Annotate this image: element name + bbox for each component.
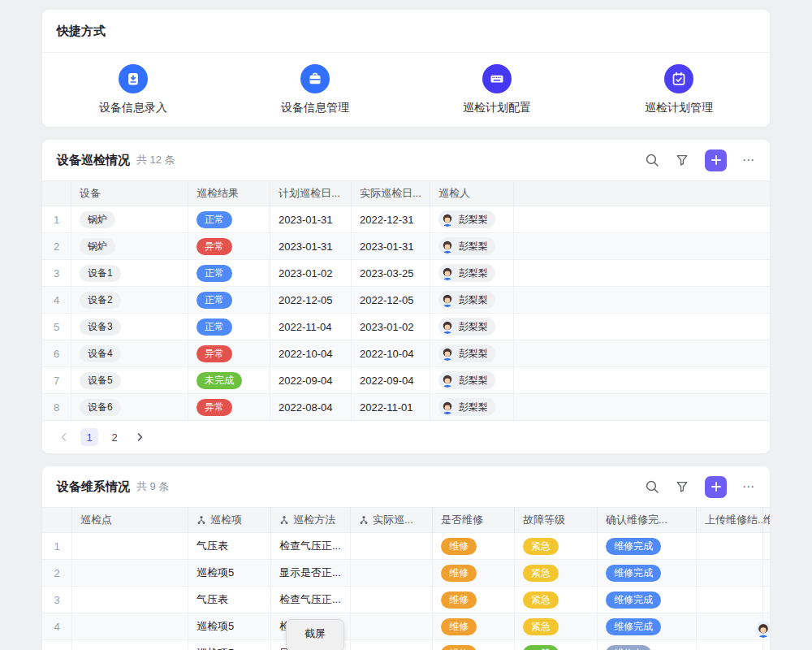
device-cell[interactable]: 设备6 <box>71 394 188 420</box>
header-method[interactable]: 巡检方法 <box>271 508 351 532</box>
plan-date-cell[interactable]: 2022-12-05 <box>270 287 352 313</box>
header-plan-date[interactable]: 计划巡检日... <box>270 181 352 206</box>
plan-date-cell[interactable]: 2023-01-31 <box>270 233 352 259</box>
method-cell[interactable]: 显示是否正... <box>271 560 351 586</box>
inspector-cell[interactable]: 彭梨梨 <box>430 340 514 366</box>
item-cell[interactable]: 气压表 <box>188 533 271 559</box>
upload-cell[interactable] <box>697 587 763 613</box>
confirm-cell[interactable]: 维修完成 <box>598 533 697 559</box>
add-record-button[interactable] <box>705 150 727 171</box>
shortcut-plan-config[interactable]: 巡检计划配置 <box>406 53 588 126</box>
page-1-button[interactable]: 1 <box>80 428 98 446</box>
header-inspector[interactable]: 巡检人 <box>430 181 514 206</box>
method-cell[interactable]: 检查气压正... <box>271 533 351 559</box>
filter-icon[interactable] <box>675 153 689 167</box>
result-cell[interactable]: 未完成 <box>188 367 270 393</box>
shortcut-plan-manage[interactable]: 巡检计划管理 <box>588 53 770 126</box>
more-icon[interactable]: ⋯ <box>742 479 755 494</box>
actual-cell[interactable] <box>351 587 433 613</box>
actual-date-cell[interactable]: 2023-01-31 <box>352 233 430 259</box>
plan-date-cell[interactable]: 2022-11-04 <box>270 314 352 340</box>
repair-cell[interactable]: 维修 <box>433 613 515 639</box>
search-icon[interactable] <box>645 479 659 494</box>
header-repair[interactable]: 是否维修 <box>433 508 515 532</box>
inspector-cell[interactable]: 彭梨梨 <box>430 233 514 259</box>
actual-date-cell[interactable]: 2022-10-04 <box>352 340 430 366</box>
point-cell[interactable] <box>72 560 188 586</box>
add-record-button[interactable] <box>705 476 727 498</box>
shortcut-device-manage[interactable]: 设备信息管理 <box>224 53 406 126</box>
header-upload[interactable]: 上传维修结... <box>697 508 763 532</box>
header-actual[interactable]: 实际巡... <box>351 508 433 532</box>
result-cell[interactable]: 正常 <box>188 287 270 313</box>
point-cell[interactable] <box>72 613 188 639</box>
result-cell[interactable]: 正常 <box>188 314 270 340</box>
actual-cell[interactable] <box>351 640 433 650</box>
result-cell[interactable]: 正常 <box>188 260 270 286</box>
confirm-cell[interactable]: 维修完成 <box>598 613 697 639</box>
actual-date-cell[interactable]: 2022-12-31 <box>352 206 430 232</box>
device-cell[interactable]: 锅炉 <box>71 206 188 232</box>
level-cell[interactable]: 一般 <box>515 640 598 650</box>
device-cell[interactable]: 锅炉 <box>71 233 188 259</box>
header-item[interactable]: 巡检项 <box>188 508 271 532</box>
point-cell[interactable] <box>72 533 188 559</box>
header-confirm[interactable]: 确认维修完... <box>598 508 697 532</box>
header-device[interactable]: 设备 <box>71 181 188 206</box>
item-cell[interactable]: 巡检项5 <box>188 640 271 650</box>
actual-cell[interactable] <box>351 613 433 639</box>
actual-cell[interactable] <box>351 560 433 586</box>
actual-date-cell[interactable]: 2023-03-25 <box>352 260 430 286</box>
result-cell[interactable]: 正常 <box>188 206 270 232</box>
item-cell[interactable]: 气压表 <box>188 587 271 613</box>
result-cell[interactable]: 异常 <box>188 394 270 420</box>
confirm-cell[interactable]: 维修完成 <box>598 587 697 613</box>
device-cell[interactable]: 设备2 <box>71 287 188 313</box>
point-cell[interactable] <box>72 640 188 650</box>
device-cell[interactable]: 设备3 <box>71 314 188 340</box>
plan-date-cell[interactable]: 2022-08-04 <box>270 394 352 420</box>
device-cell[interactable]: 设备1 <box>71 260 188 286</box>
upload-cell[interactable] <box>697 560 763 586</box>
header-level[interactable]: 故障等级 <box>515 508 598 532</box>
clipped-cell[interactable] <box>763 640 770 650</box>
method-cell[interactable]: 检查气压正... <box>271 587 351 613</box>
more-icon[interactable]: ⋯ <box>742 153 755 167</box>
result-cell[interactable]: 异常 <box>188 340 270 366</box>
inspector-cell[interactable]: 彭梨梨 <box>430 394 514 420</box>
header-result[interactable]: 巡检结果 <box>188 181 270 206</box>
clipped-cell[interactable] <box>763 560 770 586</box>
repair-cell[interactable]: 维修 <box>433 560 515 586</box>
header-actual-date[interactable]: 实际巡检日... <box>352 181 430 206</box>
plan-date-cell[interactable]: 2022-10-04 <box>270 340 352 366</box>
level-cell[interactable]: 紧急 <box>515 560 598 586</box>
search-icon[interactable] <box>645 153 659 167</box>
actual-date-cell[interactable]: 2022-12-05 <box>352 287 430 313</box>
inspector-cell[interactable]: 彭梨梨 <box>430 367 514 393</box>
repair-cell[interactable]: 维修 <box>433 587 515 613</box>
shortcut-device-entry[interactable]: 设备信息录入 <box>42 53 224 126</box>
point-cell[interactable] <box>72 587 188 613</box>
inspector-cell[interactable]: 彭梨梨 <box>430 287 514 313</box>
upload-cell[interactable] <box>697 533 763 559</box>
plan-date-cell[interactable]: 2023-01-02 <box>270 260 352 286</box>
inspector-cell[interactable]: 彭梨梨 <box>430 314 514 340</box>
upload-cell[interactable] <box>697 613 763 639</box>
actual-date-cell[interactable]: 2023-01-02 <box>352 314 430 340</box>
filter-icon[interactable] <box>675 479 689 494</box>
level-cell[interactable]: 紧急 <box>515 587 598 613</box>
device-cell[interactable]: 设备5 <box>71 367 188 393</box>
inspector-cell[interactable]: 彭梨梨 <box>430 260 514 286</box>
inspector-cell[interactable]: 彭梨梨 <box>430 206 514 232</box>
actual-cell[interactable] <box>351 533 433 559</box>
repair-cell[interactable]: 维修 <box>433 640 515 650</box>
clipped-cell[interactable] <box>763 533 770 559</box>
confirm-cell[interactable]: 维修完成 <box>598 560 697 586</box>
next-page-icon[interactable] <box>131 428 149 446</box>
plan-date-cell[interactable]: 2022-09-04 <box>270 367 352 393</box>
clipped-cell[interactable] <box>763 587 770 613</box>
actual-date-cell[interactable]: 2022-11-01 <box>352 394 430 420</box>
level-cell[interactable]: 紧急 <box>515 533 598 559</box>
actual-date-cell[interactable]: 2022-09-04 <box>352 367 430 393</box>
upload-cell[interactable] <box>697 640 763 650</box>
